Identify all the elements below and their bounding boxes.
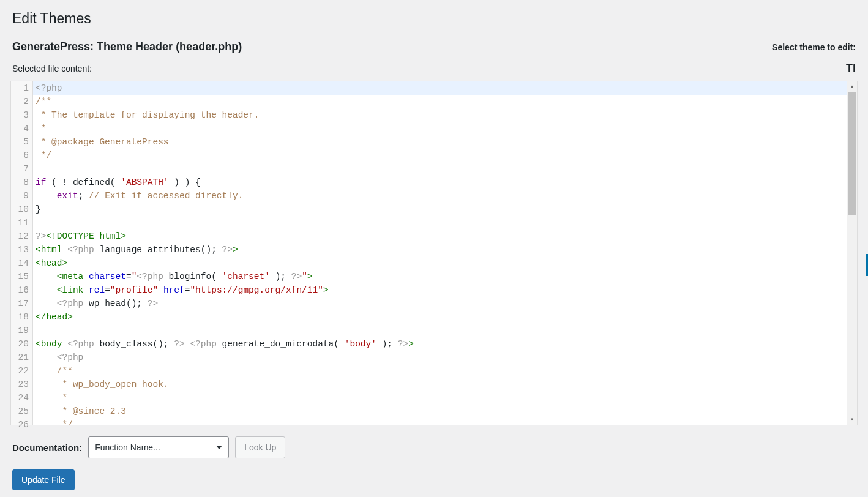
line-number: 7 [13,162,30,176]
line-number: 5 [13,135,30,149]
line-number: 12 [13,230,30,243]
vertical-scrollbar[interactable]: ▴ ▾ [847,81,857,425]
code-line[interactable]: * The template for displaying the header… [33,108,847,122]
code-line[interactable] [33,216,847,230]
code-line[interactable] [33,324,847,337]
line-number: 3 [13,108,30,122]
code-line[interactable]: /** [33,364,847,378]
line-number: 10 [13,203,30,216]
select-theme-label: Select theme to edit: [772,42,856,52]
line-number: 6 [13,149,30,162]
code-line[interactable]: ?><!DOCTYPE html> [33,230,847,243]
line-number: 15 [13,270,30,283]
line-number: 17 [13,297,30,310]
code-line[interactable]: <link rel="profile" href="https://gmpg.o… [33,283,847,297]
code-line[interactable]: <?php [33,351,847,364]
line-number: 1 [13,81,30,95]
line-number: 23 [13,378,30,391]
code-line[interactable]: <?php [33,81,847,95]
code-line[interactable]: <head> [33,256,847,270]
line-number: 25 [13,405,30,418]
code-line[interactable]: * @since 2.3 [33,405,847,418]
code-line[interactable] [33,162,847,176]
line-number-gutter: 1234567891011121314151617181920212223242… [11,81,33,425]
line-number: 11 [13,216,30,230]
theme-file-subtitle: GeneratePress: Theme Header (header.php) [12,40,242,53]
function-name-select[interactable]: Function Name... [88,436,229,458]
code-line[interactable]: <body <?php body_class(); ?> <?php gener… [33,337,847,351]
line-number: 16 [13,283,30,297]
code-line[interactable]: /** [33,95,847,108]
code-editor[interactable]: 1234567891011121314151617181920212223242… [10,81,858,425]
scroll-up-arrow[interactable]: ▴ [847,81,857,92]
scroll-down-arrow[interactable]: ▾ [847,414,857,425]
scroll-thumb[interactable] [848,92,856,215]
code-line[interactable]: exit; // Exit if accessed directly. [33,189,847,203]
line-number: 26 [13,418,30,432]
code-line[interactable]: * wp_body_open hook. [33,378,847,391]
line-number: 9 [13,189,30,203]
line-number: 19 [13,324,30,337]
page-title: Edit Themes [12,5,856,29]
line-number: 21 [13,351,30,364]
theme-files-heading-cut: Tl [846,62,856,75]
line-number: 14 [13,256,30,270]
function-name-select-value: Function Name... [95,443,160,452]
code-line[interactable]: <html <?php language_attributes(); ?>> [33,243,847,256]
code-line[interactable]: } [33,203,847,216]
line-number: 2 [13,95,30,108]
line-number: 18 [13,310,30,324]
line-number: 20 [13,337,30,351]
code-line[interactable]: * [33,122,847,135]
code-line[interactable]: * [33,391,847,405]
code-line[interactable]: */ [33,418,847,425]
code-line[interactable]: if ( ! defined( 'ABSPATH' ) ) { [33,176,847,189]
code-line[interactable]: <meta charset="<?php bloginfo( 'charset'… [33,270,847,283]
lookup-button[interactable]: Look Up [235,436,285,458]
line-number: 24 [13,391,30,405]
line-number: 22 [13,364,30,378]
code-area[interactable]: <?php/** * The template for displaying t… [33,81,847,425]
code-line[interactable]: <?php wp_head(); ?> [33,297,847,310]
code-line[interactable]: </head> [33,310,847,324]
update-file-button[interactable]: Update File [12,469,75,490]
code-line[interactable]: * @package GeneratePress [33,135,847,149]
documentation-label: Documentation: [12,443,82,453]
side-indicator [866,254,868,276]
code-line[interactable]: */ [33,149,847,162]
selected-file-content-label: Selected file content: [12,64,92,73]
line-number: 4 [13,122,30,135]
line-number: 8 [13,176,30,189]
line-number: 13 [13,243,30,256]
